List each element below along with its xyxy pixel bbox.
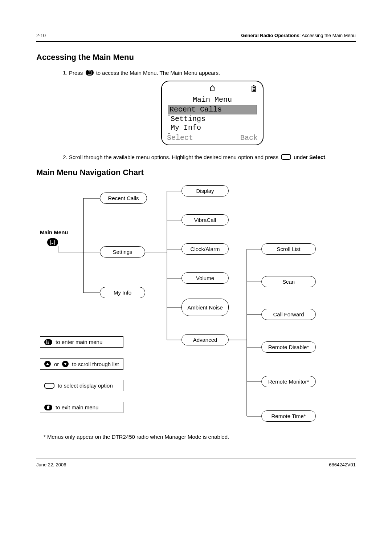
running-header: 2-10 General Radio Operations: Accessing… bbox=[36, 33, 356, 42]
lcd-item-settings: Settings bbox=[167, 115, 258, 123]
battery-icon bbox=[251, 85, 256, 95]
step-list: Press to access the Main Menu. The Main … bbox=[62, 69, 356, 161]
select-button-icon bbox=[281, 154, 291, 160]
svg-rect-4 bbox=[253, 90, 255, 91]
footer-date: June 22, 2006 bbox=[36, 462, 66, 467]
node-vibracall: VibraCall bbox=[181, 214, 229, 226]
softkey-back: Back bbox=[240, 134, 258, 142]
radio-lcd-screen: Main Menu Recent Calls Settings My Info … bbox=[161, 81, 264, 145]
legend-exit: to exit main menu bbox=[40, 402, 123, 413]
node-my-info: My Info bbox=[100, 287, 145, 298]
menu-button-icon bbox=[47, 238, 58, 246]
lcd-item-recent-calls: Recent Calls bbox=[168, 105, 257, 114]
lcd-softkeys: Select Back bbox=[167, 134, 258, 142]
legend-enter: to enter main menu bbox=[40, 336, 123, 348]
node-remote-disable: Remote Disable* bbox=[261, 341, 316, 353]
home-icon bbox=[209, 85, 216, 94]
menu-button-icon bbox=[86, 70, 94, 76]
footer-docnum: 6864242V01 bbox=[329, 462, 356, 467]
node-settings: Settings bbox=[100, 246, 145, 258]
node-remote-monitor: Remote Monitor* bbox=[261, 376, 316, 387]
navigation-chart: Main Menu Recent Calls Settings My Info … bbox=[36, 184, 327, 427]
node-clock-alarm: Clock/Alarm bbox=[181, 243, 229, 255]
footer-rule bbox=[36, 458, 356, 458]
lcd-title: Main Menu bbox=[167, 96, 258, 104]
legend-scroll: or to scroll through list bbox=[40, 358, 123, 370]
step-2: Scroll through the available menu option… bbox=[69, 153, 356, 162]
step-1: Press to access the Main Menu. The Main … bbox=[69, 69, 356, 145]
node-remote-time: Remote Time* bbox=[261, 410, 316, 422]
section-title-chart: Main Menu Navigation Chart bbox=[36, 168, 356, 177]
softkey-select: Select bbox=[167, 134, 193, 142]
node-ambient-noise: Ambient Noise bbox=[181, 299, 229, 316]
header-section: General Radio Operations: Accessing the … bbox=[241, 33, 356, 38]
menu-button-icon bbox=[44, 339, 52, 345]
down-arrow-icon bbox=[62, 361, 69, 367]
lcd-status-bar bbox=[167, 85, 258, 94]
legend-select: to select display option bbox=[40, 380, 123, 391]
node-volume: Volume bbox=[181, 272, 229, 284]
main-menu-label: Main Menu bbox=[40, 229, 68, 235]
node-recent-calls: Recent Calls bbox=[100, 193, 147, 204]
footnote: * Menus only appear on the DTR2450 radio… bbox=[44, 434, 356, 440]
svg-rect-1 bbox=[253, 85, 254, 86]
home-button-icon bbox=[44, 405, 52, 410]
select-button-icon bbox=[44, 383, 54, 389]
footer: June 22, 2006 6864242V01 bbox=[36, 462, 356, 467]
section-title-accessing: Accessing the Main Menu bbox=[36, 53, 356, 62]
svg-rect-3 bbox=[253, 89, 255, 90]
node-scan: Scan bbox=[261, 276, 316, 287]
svg-rect-2 bbox=[253, 87, 255, 88]
node-call-forward: Call Forward bbox=[261, 309, 316, 320]
node-scroll-list: Scroll List bbox=[261, 243, 316, 255]
lcd-item-my-info: My Info bbox=[167, 123, 258, 132]
page-number: 2-10 bbox=[36, 33, 46, 38]
up-arrow-icon bbox=[44, 361, 51, 367]
node-advanced: Advanced bbox=[181, 334, 229, 345]
node-display: Display bbox=[181, 185, 229, 197]
